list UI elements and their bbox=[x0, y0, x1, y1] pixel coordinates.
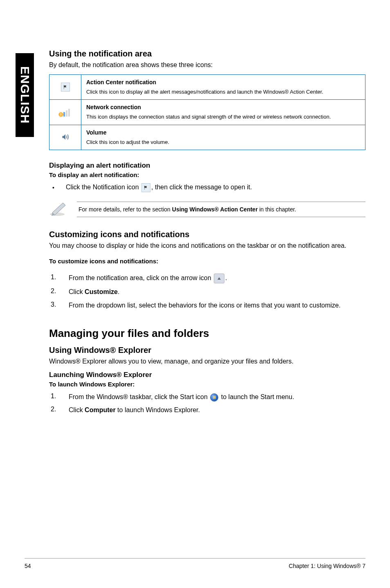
chapter-label: Chapter 1: Using Windows® 7 bbox=[289, 563, 365, 569]
step2-bold: Customize bbox=[85, 288, 118, 295]
customize-step-3: 3. From the dropdown list, select the be… bbox=[49, 301, 365, 310]
row1-desc: Click this icon to display all the alert… bbox=[86, 89, 323, 95]
customizing-intro: You may choose to display or hide the ic… bbox=[49, 242, 365, 250]
table-row: Action Center notification Click this ic… bbox=[49, 74, 365, 100]
customize-step-1: 1. From the notification area, click on … bbox=[49, 274, 365, 283]
intro-text: By default, the notification area shows … bbox=[49, 61, 365, 70]
table-row: Volume Click this icon to adjust the vol… bbox=[49, 125, 365, 150]
step-number: 2. bbox=[51, 287, 57, 295]
step3-text: From the dropdown list, select the behav… bbox=[69, 301, 341, 310]
to-display-alert-label: To display an alert notification: bbox=[49, 171, 365, 178]
launch-step2-post: to launch Windows Explorer. bbox=[116, 406, 200, 413]
page-number: 54 bbox=[25, 563, 31, 569]
row2-title: Network connection bbox=[86, 104, 360, 110]
volume-icon-cell bbox=[49, 125, 81, 150]
note-post: in this chapter. bbox=[258, 206, 296, 213]
arrow-up-icon bbox=[214, 274, 224, 283]
bullet-click-notification: • Click the Notification icon , then cli… bbox=[49, 183, 365, 192]
launching-explorer-heading: Launching Windows® Explorer bbox=[49, 371, 365, 379]
customize-step-2: 2. Click Customize. bbox=[49, 287, 365, 296]
managing-files-heading: Managing your files and folders bbox=[49, 327, 365, 340]
customizing-heading: Customizing icons and notifications bbox=[49, 230, 365, 239]
step-number: 1. bbox=[51, 393, 57, 400]
launch-step-2: 2. Click Computer to launch Windows Expl… bbox=[49, 406, 365, 415]
network-desc-cell: Network connection This icon displays th… bbox=[81, 100, 365, 125]
row1-title: Action Center notification bbox=[86, 79, 360, 85]
explorer-intro: Windows® Explorer allows you to view, ma… bbox=[49, 357, 365, 366]
step-number: 3. bbox=[51, 301, 57, 308]
note-pre: For more details, refer to the section bbox=[78, 206, 172, 213]
network-icon-cell bbox=[49, 100, 81, 125]
start-orb-icon bbox=[210, 393, 218, 402]
step1-post: . bbox=[225, 274, 227, 281]
note-box: For more details, refer to the section U… bbox=[49, 200, 365, 218]
note-bold: Using Windows® Action Center bbox=[172, 206, 258, 213]
volume-desc-cell: Volume Click this icon to adjust the vol… bbox=[81, 125, 365, 150]
action-center-desc-cell: Action Center notification Click this ic… bbox=[81, 74, 365, 100]
page-footer: 54 Chapter 1: Using Windows® 7 bbox=[25, 558, 365, 569]
launch-step-1: 1. From the Windows® taskbar, click the … bbox=[49, 393, 365, 402]
bullet-post-text: , then click the message to open it. bbox=[151, 184, 252, 191]
pencil-note-icon bbox=[49, 200, 69, 218]
action-center-icon-cell bbox=[49, 74, 81, 100]
to-customize-label: To customize icons and notifications: bbox=[49, 258, 365, 265]
row3-desc: Click this icon to adjust the volume. bbox=[86, 139, 169, 145]
network-connection-icon bbox=[60, 107, 71, 117]
step2-post: . bbox=[118, 288, 119, 295]
section-using-notification: Using the notification area bbox=[49, 49, 365, 58]
step-number: 1. bbox=[51, 274, 57, 281]
action-center-flag-icon bbox=[61, 83, 70, 92]
notification-icons-table: Action Center notification Click this ic… bbox=[49, 74, 365, 150]
bullet-pre-text: Click the Notification icon bbox=[66, 184, 139, 191]
to-launch-explorer-label: To launch Windows Explorer: bbox=[49, 381, 365, 388]
volume-icon bbox=[60, 132, 71, 141]
language-tab: ENGLISH bbox=[16, 53, 34, 137]
using-explorer-heading: Using Windows® Explorer bbox=[49, 346, 365, 355]
bullet-dot: • bbox=[52, 184, 54, 191]
step1-pre: From the notification area, click on the… bbox=[69, 274, 211, 281]
note-content: For more details, refer to the section U… bbox=[77, 202, 365, 217]
launch-step1-post: to launch the Start menu. bbox=[221, 393, 294, 400]
step-number: 2. bbox=[51, 406, 57, 413]
displaying-alert-heading: Displaying an alert notification bbox=[49, 162, 365, 170]
row2-desc: This icon displays the connection status… bbox=[86, 114, 331, 120]
launch-step2-pre: Click bbox=[69, 406, 85, 413]
launch-step2-bold: Computer bbox=[85, 406, 116, 413]
step2-pre: Click bbox=[69, 288, 85, 295]
table-row: Network connection This icon displays th… bbox=[49, 100, 365, 125]
notification-flag-icon bbox=[141, 183, 150, 192]
launch-step1-pre: From the Windows® taskbar, click the Sta… bbox=[69, 393, 208, 400]
row3-title: Volume bbox=[86, 129, 360, 136]
